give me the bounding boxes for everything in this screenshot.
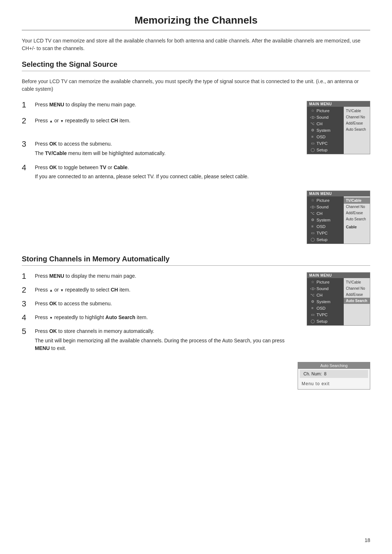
- menu-box-body: ☆ Picture ◁▷ Sound ⌥ CH ⚙ System ≡ OSD ▭…: [307, 196, 370, 244]
- section1-description: Before your LCD TV can memorize the avai…: [22, 78, 370, 93]
- step-1-1: 1 Press MENU to display the menu main pa…: [22, 101, 294, 110]
- menu-item: ⌥ CH: [307, 292, 344, 298]
- submenu-item: Channel No: [344, 114, 370, 120]
- step-1-2: 2 Press or repeatedly to select CH item.: [22, 117, 294, 126]
- menu-item: ≡ OSD: [307, 305, 344, 311]
- step-number: 3: [22, 299, 35, 309]
- menu-items: ☆ Picture ◁▷ Sound ⌥ CH ⚙ System ≡ OSD ▭…: [307, 107, 344, 154]
- page-number: 18: [364, 537, 370, 543]
- step-1-4: 4 Press OK to toggle between TV or Cable…: [22, 164, 294, 181]
- submenu-item: TV/Cable: [344, 279, 370, 285]
- menu-item: ◯ Setup: [307, 318, 344, 325]
- submenu-item: TV/Cable: [344, 108, 370, 114]
- step-content: Press or repeatedly to select CH item.: [35, 117, 294, 125]
- page-title: Memorizing the Channels: [22, 15, 370, 30]
- menu-item: ☆ Picture: [307, 279, 344, 285]
- section2-title: Storing Channels in Memory Automatically: [22, 255, 370, 266]
- step-sub: If you are connected to an antenna, plea…: [35, 173, 294, 180]
- submenu-item-auto-search: Auto Search: [344, 298, 370, 304]
- step-number: 2: [22, 285, 35, 295]
- menu-item: ◯ Setup: [307, 236, 344, 243]
- submenu-item: Auto Search: [344, 216, 370, 222]
- step-content: Press OK to toggle between TV or Cable. …: [35, 164, 294, 181]
- menu-item: ☆ Picture: [307, 107, 344, 114]
- step-number: 5: [22, 327, 35, 336]
- step-content: Press OK to access the submenu.: [35, 300, 290, 308]
- autosearch-ch-row: Ch. Num: 8: [300, 370, 368, 378]
- submenu-item-highlighted: TV/Cable: [344, 197, 370, 204]
- autosearch-bar: Auto Searching: [298, 362, 370, 369]
- step-content: Press OK to store channels in memory aut…: [35, 327, 290, 352]
- menu-box-body: ☆ Picture ◁▷ Sound ⌥ CH ⚙ System ≡ OSD ▭…: [307, 107, 370, 154]
- step-sub: The TV/Cable menu item will be highlight…: [35, 150, 294, 157]
- menu-item: ◁▷ Sound: [307, 204, 344, 210]
- section2-menu-col: MAIN MENU ☆ Picture ◁▷ Sound ⌥ CH ⚙ Syst…: [298, 272, 370, 390]
- menu-item: ⌥ CH: [307, 210, 344, 217]
- menu-item: ◁▷ Sound: [307, 114, 344, 121]
- step-content: Press MENU to display the menu main page…: [35, 101, 294, 109]
- intro-text: Your LCD TV can memorize and store all t…: [22, 37, 370, 52]
- menu-submenu: TV/Cable Channel No Add/Erase Auto Searc…: [344, 278, 370, 325]
- ch-num-value: 8: [324, 371, 327, 376]
- menu-item: ⚙ System: [307, 217, 344, 223]
- step-1-3: 3 Press OK to access the submenu. The TV…: [22, 140, 294, 157]
- autosearch-box: Auto Searching Ch. Num: 8 Menu to exit: [298, 362, 370, 390]
- step-number: 4: [22, 163, 35, 172]
- step-content: Press MENU to display the menu main page…: [35, 272, 290, 280]
- step-2-2: 2 Press or repeatedly to select CH item.: [22, 286, 290, 295]
- menu-submenu: TV/Cable Channel No Add/Erase Auto Searc…: [344, 107, 370, 154]
- section1-title: Selecting the Signal Source: [22, 60, 370, 71]
- submenu-item: Channel No: [344, 204, 370, 210]
- step-number: 4: [22, 313, 35, 322]
- menu-box-title: MAIN MENU: [307, 101, 370, 107]
- menu-box-1: MAIN MENU ☆ Picture ◁▷ Sound ⌥ CH ⚙ Syst…: [307, 101, 370, 154]
- menu-item: ⚙ System: [307, 298, 344, 305]
- menu-item: ▭ TVPC: [307, 311, 344, 318]
- submenu-item: Add/Erase: [344, 210, 370, 216]
- step-number: 1: [22, 100, 35, 110]
- menu-box-3: MAIN MENU ☆ Picture ◁▷ Sound ⌥ CH ⚙ Syst…: [307, 272, 370, 326]
- menu-items: ☆ Picture ◁▷ Sound ⌥ CH ⚙ System ≡ OSD ▭…: [307, 196, 344, 244]
- submenu-item: Auto Search: [344, 126, 370, 133]
- step-2-3: 3 Press OK to access the submenu.: [22, 300, 290, 309]
- menu-box-title: MAIN MENU: [307, 273, 370, 278]
- cable-label: Cable: [344, 224, 370, 230]
- menu-item: ⚙ System: [307, 127, 344, 134]
- step-number: 1: [22, 272, 35, 281]
- menu-item: ◁▷ Sound: [307, 285, 344, 292]
- section2-steps: 1 Press MENU to display the menu main pa…: [22, 272, 290, 390]
- menu-item: ≡ OSD: [307, 134, 344, 140]
- section1-steps: 1 Press MENU to display the menu main pa…: [22, 101, 294, 244]
- menu-box-body: ☆ Picture ◁▷ Sound ⌥ CH ⚙ System ≡ OSD ▭…: [307, 278, 370, 325]
- autosearch-menu-text: Menu to exit: [298, 379, 370, 389]
- menu-box-title: MAIN MENU: [307, 191, 370, 196]
- ch-num-label: Ch. Num:: [303, 371, 322, 376]
- submenu-item: Add/Erase: [344, 292, 370, 298]
- step-number: 3: [22, 139, 35, 149]
- menu-item: ≡ OSD: [307, 223, 344, 230]
- submenu-item: Add/Erase: [344, 120, 370, 126]
- step-content: Press or repeatedly to select CH item.: [35, 286, 290, 294]
- step-number: 2: [22, 116, 35, 126]
- menu-item: ☆ Picture: [307, 197, 344, 204]
- menu-box-2: MAIN MENU ☆ Picture ◁▷ Sound ⌥ CH ⚙ Syst…: [307, 191, 370, 244]
- menu-images-col: MAIN MENU ☆ Picture ◁▷ Sound ⌥ CH ⚙ Syst…: [301, 101, 370, 244]
- menu-item: ▭ TVPC: [307, 230, 344, 236]
- menu-item: ⌥ CH: [307, 121, 344, 127]
- step-2-4: 4 Press repeatedly to highlight Auto Sea…: [22, 314, 290, 322]
- step-2-1: 1 Press MENU to display the menu main pa…: [22, 272, 290, 281]
- submenu-item: Channel No: [344, 285, 370, 292]
- menu-submenu: TV/Cable Channel No Add/Erase Auto Searc…: [344, 196, 370, 244]
- step-content: Press OK to access the submenu. The TV/C…: [35, 140, 294, 157]
- step-sub: The unit will begin memorizing all the a…: [35, 337, 290, 352]
- step-2-5: 5 Press OK to store channels in memory a…: [22, 327, 290, 352]
- step-content: Press repeatedly to highlight Auto Searc…: [35, 314, 290, 322]
- menu-item: ▭ TVPC: [307, 140, 344, 147]
- menu-item: ◯ Setup: [307, 147, 344, 153]
- menu-items: ☆ Picture ◁▷ Sound ⌥ CH ⚙ System ≡ OSD ▭…: [307, 278, 344, 325]
